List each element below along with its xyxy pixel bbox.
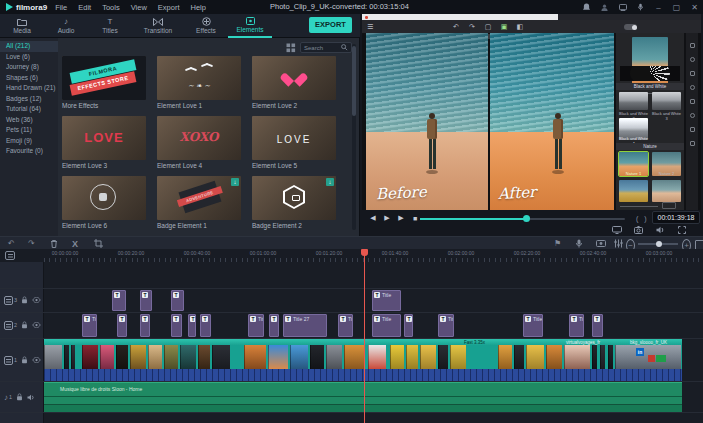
speaker-icon[interactable] [27,394,35,401]
video-clip-thumbnail[interactable] [368,345,386,369]
title-clip[interactable]: TTi [269,314,279,337]
video-clip-thumbnail[interactable] [116,345,128,369]
video-clip-thumbnail[interactable] [406,345,418,369]
video-clip-thumbnail[interactable] [514,345,524,369]
tab-media[interactable]: Media [0,14,44,38]
video-clip-thumbnail[interactable] [180,345,196,369]
element-card[interactable]: ~ ❧ ~Element Love 1 [157,56,241,109]
title-clip[interactable]: TTitle [372,290,401,311]
title-clip[interactable]: TTitle [438,314,454,337]
menu-export[interactable]: Export [158,3,180,12]
element-card[interactable]: Element Love 2 [252,56,336,109]
video-clip-thumbnail[interactable] [526,345,544,369]
category-item[interactable]: Web (36) [0,115,58,126]
video-clip-thumbnail[interactable] [344,345,364,369]
category-item[interactable]: Pets (11) [0,125,58,136]
menu-file[interactable]: File [55,3,67,12]
video-clip-thumbnail[interactable] [498,345,512,369]
playhead-marker[interactable] [361,249,368,256]
video-clip-thumbnail[interactable] [546,345,562,369]
title-clip[interactable]: TTitl [82,314,97,337]
video-clip-thumbnail[interactable] [268,345,288,369]
video-clip-thumbnail[interactable] [148,345,162,369]
tab-effects[interactable]: Effects [184,14,228,38]
mic-icon[interactable] [636,3,645,12]
lock-icon[interactable] [21,321,28,329]
eye-icon[interactable] [32,322,41,328]
element-thumbnail[interactable] [252,56,336,100]
title-clip[interactable]: T [112,290,126,311]
video-clip-thumbnail[interactable] [244,345,266,369]
video-clip-thumbnail[interactable] [64,345,69,369]
title-clip[interactable]: TTitle [569,314,584,337]
category-item[interactable]: Journey (8) [0,62,58,73]
tab-titles[interactable]: T Titles [88,14,132,38]
element-card[interactable]: FILMORAEFFECTS STOREMore Effects [62,56,146,109]
element-card[interactable]: ↓Badge Element 2 [252,176,336,229]
playhead[interactable] [364,249,365,423]
title-clip[interactable]: TTitle 27 [523,314,543,337]
manage-tracks-icon[interactable] [5,251,15,260]
export-button[interactable]: EXPORT [309,17,352,33]
category-item[interactable]: Emoji (9) [0,136,58,147]
category-item[interactable]: Shapes (6) [0,73,58,84]
title-clip[interactable]: T [171,314,182,337]
category-item[interactable]: Badges (12) [0,94,58,105]
category-item[interactable]: Hand Drawn (21) [0,83,58,94]
video-clip-thumbnail[interactable] [130,345,146,369]
title-clip[interactable]: TTitl [248,314,264,337]
search-input[interactable]: Search [300,42,352,53]
title-clip[interactable]: T [140,314,150,337]
element-thumbnail[interactable]: XOXO [157,116,241,160]
title-clip[interactable]: T [117,314,127,337]
lock-icon[interactable] [16,393,23,401]
element-card[interactable]: Element Love 6 [62,176,146,229]
video-clip-thumbnail[interactable] [390,345,404,369]
menu-edit[interactable]: Edit [78,3,91,12]
element-thumbnail[interactable]: FILMORAEFFECTS STORE [62,56,146,100]
element-thumbnail[interactable]: LOVE [252,116,336,160]
menu-help[interactable]: Help [190,3,205,12]
grid-view-icon[interactable] [286,43,296,53]
speaker-icon[interactable] [656,226,665,234]
minimize-button[interactable]: – [654,3,663,12]
category-item[interactable]: All (212) [0,41,58,52]
title-clip[interactable]: T [140,290,152,311]
snapshot-camera-icon[interactable] [634,226,643,234]
title-clip[interactable]: T [188,314,196,337]
category-item[interactable]: Love (6) [0,52,58,63]
seek-knob[interactable] [523,215,530,222]
menu-tools[interactable]: Tools [102,3,120,12]
video-clip-thumbnail[interactable] [44,345,62,369]
title-clip[interactable]: T [171,290,184,311]
element-card[interactable]: LOVEElement Love 3 [62,116,146,169]
title-clip[interactable]: TTi [200,314,211,337]
video-clip-thumbnail[interactable] [212,345,230,369]
video-clip-thumbnail[interactable] [600,345,605,369]
video-track-clip-strip[interactable]: Fast 3.35x virtualvoyages_fr bkg_sloooo_… [44,339,682,381]
play-button[interactable]: ▶ [380,214,394,222]
video-clip-thumbnail[interactable] [608,345,613,369]
lock-icon[interactable] [21,356,28,364]
element-thumbnail[interactable]: ADVENTURE↓ [157,176,241,220]
seek-bar[interactable] [420,218,625,220]
video-clip-thumbnail[interactable] [100,345,114,369]
video-clip-thumbnail[interactable] [438,345,448,369]
screen-layout-icon[interactable] [618,3,627,12]
video-clip-thumbnail[interactable] [290,345,308,369]
maximize-button[interactable]: ▢ [672,3,681,12]
bw-thumb-2[interactable] [619,92,648,110]
fullscreen-icon[interactable] [678,226,686,234]
tab-audio[interactable]: ♪ Audio [44,14,88,38]
elements-scrollbar[interactable] [352,44,356,230]
title-clip[interactable]: TTitle 2 [338,314,353,337]
tab-elements[interactable]: Elements [228,14,272,38]
title-clip[interactable]: TTi [592,314,603,337]
element-thumbnail[interactable] [62,176,146,220]
timeline-zoom-slider[interactable] [638,243,678,245]
video-clip-thumbnail[interactable] [420,345,436,369]
element-card[interactable]: XOXOElement Love 4 [157,116,241,169]
timeline-ruler[interactable]: 00:00:00:0000:00:20:0000:00:40:0000:01:0… [0,249,703,262]
previous-frame-button[interactable]: ◀ [366,214,380,222]
element-thumbnail[interactable]: LOVE [62,116,146,160]
